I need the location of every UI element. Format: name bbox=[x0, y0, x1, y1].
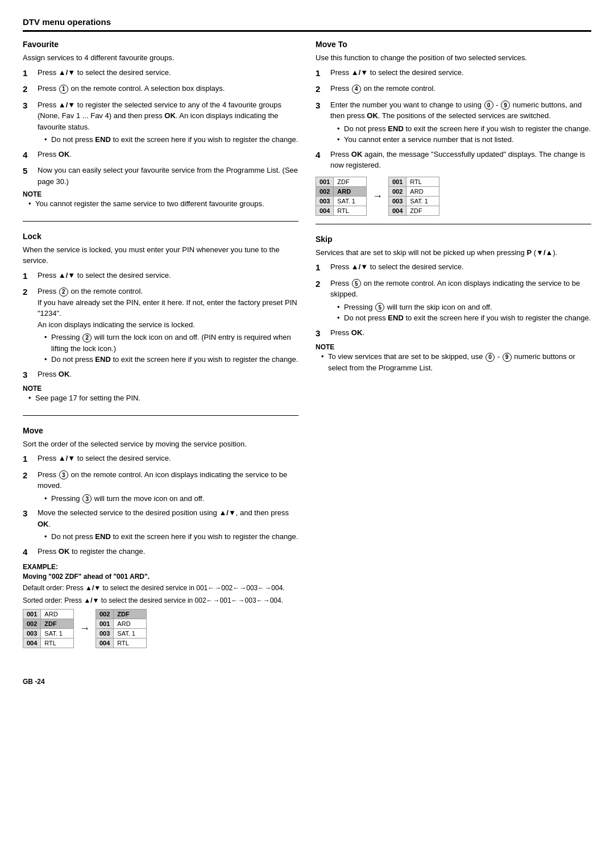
channel-num: 003 bbox=[23, 629, 41, 639]
note-item: You cannot register the same service to … bbox=[28, 198, 298, 210]
channel-name: SAT. 1 bbox=[114, 629, 147, 639]
right-column: Move To Use this function to change the … bbox=[316, 40, 591, 666]
table-row: 001 RTL bbox=[389, 177, 439, 186]
moveto-table-after: 001 RTL 002 ARD 003 SAT. 1 004 ZDF bbox=[388, 177, 439, 216]
channel-name: RTL bbox=[114, 639, 147, 648]
channel-num: 003 bbox=[96, 629, 114, 639]
bullet-item: Pressing 3 will turn the move icon on an… bbox=[44, 493, 298, 504]
table-row: 003 SAT. 1 bbox=[389, 196, 439, 206]
note-item: To view services that are set to be skip… bbox=[321, 351, 591, 373]
page-title: DTV menu operations bbox=[23, 17, 591, 27]
table-row: 001 ARD bbox=[23, 610, 74, 619]
fav-bullets: Do not press END to exit the screen here… bbox=[38, 134, 298, 145]
note-item: See page 17 for setting the PIN. bbox=[28, 393, 298, 404]
channel-name: SAT. 1 bbox=[334, 196, 367, 206]
section-move-to: Move To Use this function to change the … bbox=[316, 40, 591, 224]
moveto-tables: 001 ZDF 002 ARD 003 SAT. 1 004 RTL bbox=[316, 177, 591, 216]
step-item: 1 Press ▲/▼ to select the desired servic… bbox=[316, 261, 591, 274]
circle-1: 1 bbox=[59, 85, 68, 94]
arrow-icon: → bbox=[372, 190, 383, 202]
channel-num: 003 bbox=[316, 196, 334, 206]
move-steps: 1 Press ▲/▼ to select the desired servic… bbox=[23, 453, 298, 558]
channel-num: 001 bbox=[96, 619, 114, 629]
table-row: 002 ZDF bbox=[23, 619, 74, 629]
channel-name: RTL bbox=[334, 206, 367, 215]
move-to-steps: 1 Press ▲/▼ to select the desired servic… bbox=[316, 67, 591, 171]
skip-bullets: Pressing 5 will turn the skip icon on an… bbox=[330, 302, 591, 324]
channel-name: ZDF bbox=[114, 610, 147, 619]
step-item: 4 Press OK to register the change. bbox=[23, 546, 298, 559]
bullet-item: You cannot enter a service number that i… bbox=[337, 134, 591, 145]
moveto-bullets: Do not press END to exit the screen here… bbox=[330, 123, 591, 145]
favourite-intro: Assign services to 4 different favourite… bbox=[23, 52, 298, 64]
channel-num: 002 bbox=[389, 186, 406, 196]
page-number: GB -24 bbox=[23, 678, 45, 686]
channel-name: SAT. 1 bbox=[406, 196, 439, 206]
table-row: 001 ARD bbox=[96, 619, 147, 629]
step-item: 3 Enter the number you want to change to… bbox=[316, 99, 591, 145]
channel-name: RTL bbox=[406, 177, 439, 186]
page-footer: GB -24 bbox=[23, 678, 591, 686]
moveto-table-before: 001 ZDF 002 ARD 003 SAT. 1 004 RTL bbox=[316, 177, 367, 216]
channel-num: 001 bbox=[316, 177, 334, 186]
bullet-item: Do not press END to exit the screen here… bbox=[337, 123, 591, 135]
bullet-item: Pressing 2 will turn the lock icon on an… bbox=[44, 332, 298, 354]
move-title: Move bbox=[23, 426, 298, 435]
bullet-item: Do not press END to exit the screen here… bbox=[44, 134, 298, 145]
step-item: 3 Press ▲/▼ to register the selected ser… bbox=[23, 99, 298, 145]
channel-num: 004 bbox=[389, 206, 406, 215]
skip-steps: 1 Press ▲/▼ to select the desired servic… bbox=[316, 261, 591, 340]
skip-note: NOTE To view services that are set to be… bbox=[316, 343, 591, 373]
bullet-item: Pressing 5 will turn the skip icon on an… bbox=[337, 302, 591, 313]
favourite-note: NOTE You cannot register the same servic… bbox=[23, 190, 298, 210]
channel-num: 003 bbox=[389, 196, 406, 206]
bullet-item: Do not press END to exit the screen here… bbox=[44, 354, 298, 365]
circle-2: 2 bbox=[59, 287, 68, 297]
favourite-steps: 1 Press ▲/▼ to select the desired servic… bbox=[23, 67, 298, 187]
table-row: 004 RTL bbox=[96, 639, 147, 648]
table-row: 004 RTL bbox=[23, 639, 74, 648]
section-skip: Skip Services that are set to skip will … bbox=[316, 235, 591, 385]
step-item: 2 Press 4 on the remote control. bbox=[316, 83, 591, 96]
favourite-title: Favourite bbox=[23, 40, 298, 49]
lock-bullets: Pressing 2 will turn the lock icon on an… bbox=[38, 332, 298, 365]
channel-name: ZDF bbox=[41, 619, 74, 629]
step-item: 2 Press 5 on the remote control. An icon… bbox=[316, 278, 591, 324]
channel-num: 001 bbox=[23, 610, 41, 619]
bullet-item: Do not press END to exit the screen here… bbox=[337, 312, 591, 324]
channel-num: 002 bbox=[96, 610, 114, 619]
move-to-title: Move To bbox=[316, 40, 591, 49]
move-to-intro: Use this function to change the position… bbox=[316, 52, 591, 64]
step-item: 5 Now you can easily select your favouri… bbox=[23, 165, 298, 187]
circle-5: 5 bbox=[352, 279, 361, 288]
channel-num: 001 bbox=[389, 177, 406, 186]
table-row: 001 ZDF bbox=[316, 177, 367, 186]
channel-num: 004 bbox=[316, 206, 334, 215]
table-row: 002 ARD bbox=[389, 186, 439, 196]
step-item: 2 Press 3 on the remote control. An icon… bbox=[23, 469, 298, 504]
move-tables: 001 ARD 002 ZDF 003 SAT. 1 004 bbox=[23, 609, 298, 648]
move-intro: Sort the order of the selected service b… bbox=[23, 439, 298, 450]
step-item: 1 Press ▲/▼ to select the desired servic… bbox=[23, 453, 298, 466]
table-row: 003 SAT. 1 bbox=[316, 196, 367, 206]
skip-intro: Services that are set to skip will not b… bbox=[316, 247, 591, 258]
table-row: 002 ZDF bbox=[96, 610, 147, 619]
left-column: Favourite Assign services to 4 different… bbox=[23, 40, 298, 666]
channel-name: ARD bbox=[406, 186, 439, 196]
table-row: 004 RTL bbox=[316, 206, 367, 215]
lock-steps: 1 Press ▲/▼ to select the desired servic… bbox=[23, 270, 298, 382]
channel-name: RTL bbox=[41, 639, 74, 648]
table-row: 004 ZDF bbox=[389, 206, 439, 215]
section-lock: Lock When the service is locked, you mus… bbox=[23, 232, 298, 416]
channel-name: ARD bbox=[114, 619, 147, 629]
step-item: 4 Press OK. bbox=[23, 149, 298, 162]
arrow-icon: → bbox=[80, 623, 90, 635]
move-table-after: 002 ZDF 001 ARD 003 SAT. 1 004 bbox=[96, 609, 147, 648]
table-row: 003 SAT. 1 bbox=[96, 629, 147, 639]
channel-name: ARD bbox=[41, 610, 74, 619]
step-item: 1 Press ▲/▼ to select the desired servic… bbox=[316, 67, 591, 80]
skip-title: Skip bbox=[316, 235, 591, 244]
circle-4: 4 bbox=[352, 85, 361, 94]
page-header: DTV menu operations bbox=[23, 17, 591, 32]
bullet-item: Do not press END to exit the screen here… bbox=[44, 531, 298, 542]
